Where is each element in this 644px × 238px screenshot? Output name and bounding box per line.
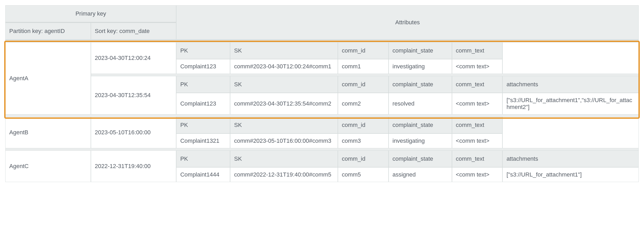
attr-header-comm-id: comm_id (338, 150, 389, 167)
text-cell: <comm text> (452, 167, 503, 182)
text-cell: <comm text> (452, 134, 503, 148)
attr-header-sk: SK (230, 42, 338, 59)
date-cell: 2022-12-31T19:40:00 (91, 150, 176, 182)
partition-key-header: Partition key: agentID (5, 23, 91, 40)
sk-cell: comm#2023-05-10T16:00:00#comm3 (230, 134, 338, 148)
agent-cell: AgentC (5, 150, 91, 182)
header-row-1: Primary key Attributes (5, 5, 639, 23)
agent-cell: AgentA (5, 42, 91, 115)
attr-header-complaint-state: complaint_state (389, 150, 452, 167)
state-cell: investigating (389, 134, 452, 148)
attachments-cell (502, 117, 639, 148)
attachments-cell: ["s3://URL_for_attachment1","s3://URL_fo… (502, 93, 639, 115)
sk-cell: comm#2022-12-31T19:40:00#comm5 (230, 167, 338, 182)
attr-header-pk: PK (176, 42, 230, 59)
sk-cell: comm#2023-04-30T12:00:24#comm1 (230, 59, 338, 74)
comm-id-cell: comm3 (338, 134, 389, 148)
dynamodb-table: Primary key Attributes Partition key: ag… (5, 5, 639, 182)
attr-header-sk: SK (230, 150, 338, 167)
attr-header-comm-text: comm_text (452, 117, 503, 134)
attr-header-complaint-state: complaint_state (389, 76, 452, 93)
state-cell: assigned (389, 167, 452, 182)
pk-cell: Complaint123 (176, 93, 230, 115)
text-cell: <comm text> (452, 59, 503, 74)
agent-cell: AgentB (5, 117, 91, 148)
state-cell: investigating (389, 59, 452, 74)
date-cell: 2023-04-30T12:00:24 (91, 42, 176, 74)
table-row: 2023-04-30T12:35:54 PK SK comm_id compla… (5, 76, 639, 93)
pk-cell: Complaint123 (176, 59, 230, 74)
table-row: AgentB 2023-05-10T16:00:00 PK SK comm_id… (5, 117, 639, 134)
attr-header-pk: PK (176, 117, 230, 134)
comm-id-cell: comm1 (338, 59, 389, 74)
attachments-cell (502, 42, 639, 74)
date-cell: 2023-04-30T12:35:54 (91, 76, 176, 115)
attr-header-attachments: attachments (502, 76, 639, 93)
comm-id-cell: comm5 (338, 167, 389, 182)
date-cell: 2023-05-10T16:00:00 (91, 117, 176, 148)
attr-header-comm-text: comm_text (452, 76, 503, 93)
attr-header-sk: SK (230, 117, 338, 134)
table-row: AgentC 2022-12-31T19:40:00 PK SK comm_id… (5, 150, 639, 167)
attributes-header: Attributes (176, 5, 639, 40)
sort-key-header: Sort key: comm_date (91, 23, 176, 40)
attr-header-complaint-state: complaint_state (389, 42, 452, 59)
pk-cell: Complaint1444 (176, 167, 230, 182)
attr-header-complaint-state: complaint_state (389, 117, 452, 134)
attr-header-comm-id: comm_id (338, 42, 389, 59)
pk-cell: Complaint1321 (176, 134, 230, 148)
attachments-cell: ["s3://URL_for_attachment1"] (502, 167, 639, 182)
attr-header-pk: PK (176, 76, 230, 93)
attr-header-comm-text: comm_text (452, 42, 503, 59)
attr-header-comm-id: comm_id (338, 76, 389, 93)
attr-header-attachments: attachments (502, 150, 639, 167)
attr-header-sk: SK (230, 76, 338, 93)
primary-key-header: Primary key (5, 5, 176, 23)
table-row: AgentA 2023-04-30T12:00:24 PK SK comm_id… (5, 42, 639, 59)
comm-id-cell: comm2 (338, 93, 389, 115)
sk-cell: comm#2023-04-30T12:35:54#comm2 (230, 93, 338, 115)
text-cell: <comm text> (452, 93, 503, 115)
attr-header-comm-id: comm_id (338, 117, 389, 134)
attr-header-comm-text: comm_text (452, 150, 503, 167)
attr-header-pk: PK (176, 150, 230, 167)
state-cell: resolved (389, 93, 452, 115)
